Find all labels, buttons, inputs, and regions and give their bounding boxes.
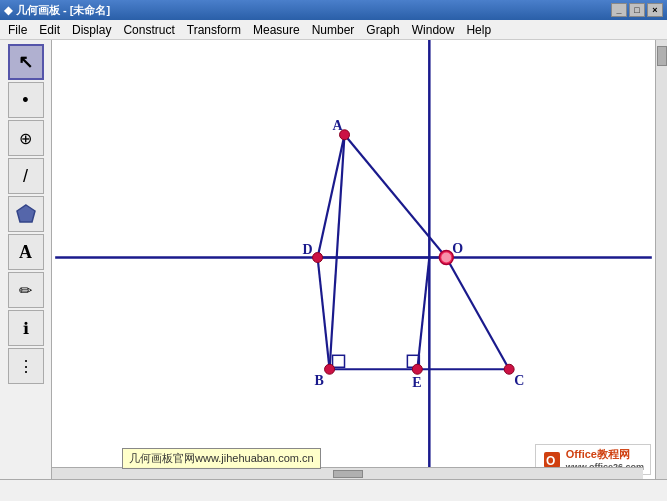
menu-window[interactable]: Window [406, 21, 461, 39]
label-B: B [315, 373, 324, 388]
menu-construct[interactable]: Construct [117, 21, 180, 39]
svg-text:O: O [546, 454, 555, 468]
label-A: A [333, 118, 343, 133]
v-scroll-thumb[interactable] [657, 46, 667, 66]
menu-file[interactable]: File [2, 21, 33, 39]
toolbar: ↖ • ⊕ / A ✏ ℹ ⋮ [0, 40, 52, 479]
select-tool[interactable]: ↖ [8, 44, 44, 80]
geometry-svg: A O B C D E [52, 40, 655, 479]
compass-tool[interactable]: ⊕ [8, 120, 44, 156]
polygon-tool[interactable] [8, 196, 44, 232]
svg-rect-10 [333, 355, 345, 367]
window-controls[interactable]: _ □ × [611, 3, 663, 17]
title-left: ◆ 几何画板 - [未命名] [4, 3, 110, 18]
info-tool[interactable]: ℹ [8, 310, 44, 346]
line-tool[interactable]: / [8, 158, 44, 194]
h-scroll-thumb[interactable] [333, 470, 363, 478]
menu-graph[interactable]: Graph [360, 21, 405, 39]
menu-bar: File Edit Display Construct Transform Me… [0, 20, 667, 40]
svg-line-8 [318, 258, 330, 370]
close-button[interactable]: × [647, 3, 663, 17]
point-B [325, 364, 335, 374]
text-tool[interactable]: A [8, 234, 44, 270]
office-name: Office教程网 [566, 447, 644, 462]
title-text: 几何画板 - [未命名] [16, 3, 110, 18]
watermark-text: 几何画板官网www.jihehuaban.com.cn [129, 452, 314, 464]
title-bar: ◆ 几何画板 - [未命名] _ □ × [0, 0, 667, 20]
menu-transform[interactable]: Transform [181, 21, 247, 39]
minimize-button[interactable]: _ [611, 3, 627, 17]
point-E [412, 364, 422, 374]
point-O-inner [441, 253, 451, 263]
point-D [313, 253, 323, 263]
point-tool[interactable]: • [8, 82, 44, 118]
label-E: E [412, 375, 421, 390]
menu-edit[interactable]: Edit [33, 21, 66, 39]
menu-number[interactable]: Number [306, 21, 361, 39]
label-D: D [303, 243, 313, 258]
menu-help[interactable]: Help [460, 21, 497, 39]
watermark: 几何画板官网www.jihehuaban.com.cn [122, 448, 321, 469]
label-O: O [452, 241, 463, 256]
menu-measure[interactable]: Measure [247, 21, 306, 39]
svg-marker-0 [17, 205, 35, 222]
bottom-bar [0, 479, 667, 501]
marker-tool[interactable]: ✏ [8, 272, 44, 308]
svg-line-5 [446, 258, 509, 370]
point-C [504, 364, 514, 374]
canvas-area[interactable]: A O B C D E 几何画板官网www.jihehuaban.com.cn [52, 40, 655, 479]
svg-line-1 [345, 135, 447, 258]
svg-line-9 [417, 258, 429, 370]
label-C: C [514, 373, 524, 388]
maximize-button[interactable]: □ [629, 3, 645, 17]
menu-display[interactable]: Display [66, 21, 117, 39]
app-icon: ◆ [4, 4, 12, 17]
vertical-scrollbar[interactable] [655, 40, 667, 479]
main-layout: ↖ • ⊕ / A ✏ ℹ ⋮ [0, 40, 667, 479]
custom-tool[interactable]: ⋮ [8, 348, 44, 384]
